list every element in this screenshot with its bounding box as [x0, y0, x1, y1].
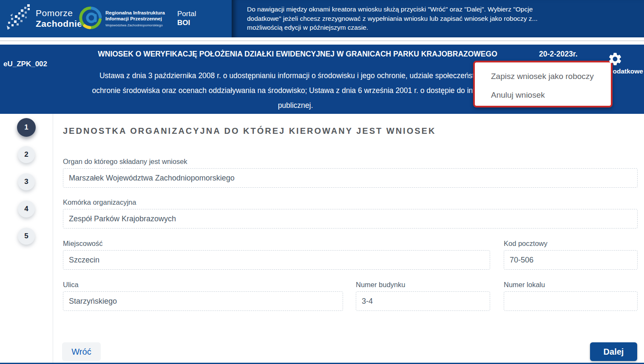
header-divider — [0, 40, 644, 41]
komorka-label: Komórka organizacyjna — [63, 198, 136, 206]
ulica-label: Ulica — [63, 281, 79, 289]
next-button[interactable]: Dalej — [590, 342, 637, 361]
options-dropdown-menu: Zapisz wniosek jako roboczy Anuluj wnios… — [473, 61, 613, 107]
page: Pomorze Zachodnie Regionalna Infrastrukt… — [0, 0, 644, 364]
riip-line1: Regionalna Infrastruktura — [105, 10, 165, 16]
step-1[interactable]: 1 — [17, 118, 36, 137]
step-4[interactable]: 4 — [18, 200, 35, 217]
logo-line-zachodnie: Zachodnie — [36, 18, 82, 29]
riip-logo-icon — [79, 6, 102, 31]
pomorze-zachodnie-logo[interactable]: Pomorze Zachodnie — [6, 3, 82, 33]
organ-input[interactable] — [63, 168, 638, 188]
help-text-line: Do nawigacji między oknami kreatora wnio… — [247, 5, 640, 14]
step-3[interactable]: 3 — [18, 173, 35, 190]
numer-budynku-input[interactable] — [356, 291, 490, 311]
riip-line3: Województwa Zachodniopomorskiego — [105, 23, 165, 27]
menu-item-save-draft[interactable]: Zapisz wniosek jako roboczy — [475, 67, 611, 86]
pomorze-zachodnie-logo-text: Pomorze Zachodnie — [36, 8, 82, 29]
portal-line2: BOI — [177, 18, 196, 27]
back-button[interactable]: Wróć — [62, 342, 101, 361]
numer-lokalu-label: Numer lokalu — [504, 281, 545, 289]
riip-logo-text: Regionalna Infrastruktura Informacji Prz… — [105, 10, 165, 27]
gear-icon[interactable] — [607, 51, 623, 67]
pomorze-zachodnie-logo-icon — [6, 3, 31, 33]
step-5[interactable]: 5 — [18, 228, 35, 245]
organ-label: Organ do którego składany jest wniosek — [63, 158, 187, 166]
section-title: JEDNOSTKA ORGANIZACYJNA DO KTÓREJ KIEROW… — [63, 126, 436, 136]
miejscowosc-input[interactable] — [63, 250, 490, 270]
legal-basis-line: Ustawa z dnia 3 października 2008 r. o u… — [99, 68, 491, 83]
numer-budynku-label: Numer budynku — [356, 281, 405, 289]
portal-line1: Portal — [177, 9, 196, 18]
legal-basis-line: ochronie środowiska oraz ocenach oddział… — [92, 83, 499, 98]
top-header: Pomorze Zachodnie Regionalna Infrastrukt… — [0, 0, 644, 37]
kod-pocztowy-label: Kod pocztowy — [504, 240, 548, 248]
logo-line-pomorze: Pomorze — [36, 8, 82, 18]
wizard-help-panel: Do nawigacji między oknami kreatora wnio… — [232, 0, 644, 37]
step-2[interactable]: 2 — [18, 146, 35, 163]
kod-pocztowy-input[interactable] — [504, 250, 638, 270]
riip-line2: Informacji Przestrzennej — [105, 16, 165, 22]
riip-logo[interactable]: Regionalna Infrastruktura Informacji Prz… — [79, 6, 165, 31]
numer-lokalu-input[interactable] — [504, 291, 638, 311]
ulica-input[interactable] — [63, 291, 343, 311]
help-text-line: dodatkowe" jeżeli chcesz zrezygnować z w… — [247, 14, 640, 23]
portal-boi-logo[interactable]: Portal BOI — [177, 9, 196, 27]
form-date: 20-2-2023r. — [539, 50, 578, 59]
step-sidebar: 1 2 3 4 5 — [0, 114, 53, 363]
menu-item-cancel-application[interactable]: Anuluj wniosek — [475, 86, 611, 104]
legal-basis-line: publicznej. — [278, 98, 313, 113]
miejscowosc-label: Miejscowość — [63, 240, 103, 248]
form-title: WNIOSEK O WERYFIKACJĘ POŁOŻENIA DZIAŁKI … — [0, 50, 595, 59]
komorka-input[interactable] — [63, 209, 638, 229]
help-text-line: możliwością edycji w późniejszym czasie. — [247, 23, 640, 32]
form-id: eU_ZPK_002 — [3, 60, 47, 68]
